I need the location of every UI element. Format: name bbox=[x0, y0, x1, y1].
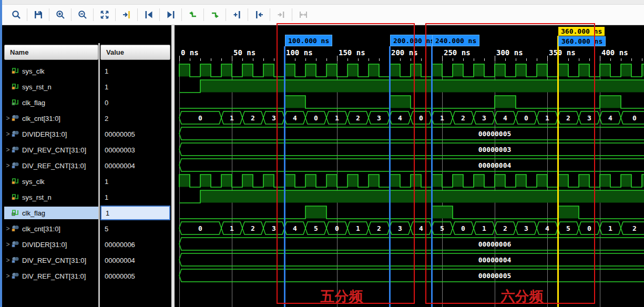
minor-tick bbox=[642, 58, 642, 61]
signal-value-cell[interactable]: 00000004 bbox=[100, 253, 170, 268]
goto-cursor-icon bbox=[121, 9, 132, 20]
minor-tick bbox=[200, 58, 201, 61]
signal-row[interactable]: >clk_cnt[31:0]2 bbox=[2, 110, 171, 126]
signal-name-cell[interactable]: sys_clk bbox=[4, 65, 98, 77]
annotation-rect bbox=[425, 23, 595, 304]
signal-value-cell[interactable]: 0 bbox=[100, 95, 170, 110]
value-column-header[interactable]: Value bbox=[100, 45, 170, 60]
toolbar-separator bbox=[159, 8, 160, 21]
minor-tick bbox=[274, 58, 274, 61]
signal-value-cell[interactable]: 00000004 bbox=[100, 158, 170, 173]
signal-name-cell[interactable]: clk_flag bbox=[4, 96, 98, 109]
signal-value-cell[interactable]: 00000005 bbox=[100, 269, 170, 283]
expand-chevron-icon[interactable]: > bbox=[4, 225, 12, 232]
next-transition-icon bbox=[166, 9, 176, 20]
signal-value-cell[interactable]: 5 bbox=[100, 221, 170, 236]
signal-row[interactable]: >clk_cnt[31:0]5 bbox=[2, 221, 171, 237]
prev-transition-icon bbox=[144, 9, 154, 20]
toolbar-separator bbox=[49, 8, 49, 21]
logic-signal-icon bbox=[12, 98, 19, 106]
bus-signal-icon bbox=[12, 129, 20, 139]
signal-value-cell[interactable]: 00000005 bbox=[100, 127, 170, 141]
goto-cursor-button[interactable] bbox=[117, 7, 136, 23]
next-transition-button[interactable] bbox=[161, 7, 180, 23]
save-button[interactable] bbox=[28, 7, 48, 23]
svg-text:0: 0 bbox=[198, 114, 202, 122]
ruler-tick-label: 400 ns bbox=[601, 48, 628, 57]
signal-value-cell[interactable]: 1 bbox=[100, 190, 170, 204]
minor-tick bbox=[190, 58, 190, 61]
toolbar-separator bbox=[270, 8, 270, 21]
signal-name-cell[interactable]: clk_flag bbox=[4, 207, 98, 219]
expand-chevron-icon[interactable]: > bbox=[4, 146, 12, 154]
goto-left-edge-button[interactable] bbox=[249, 7, 269, 23]
toolbar-separator bbox=[203, 8, 204, 21]
expand-chevron-icon[interactable]: > bbox=[4, 241, 12, 248]
toolbar-separator bbox=[71, 8, 71, 21]
select-range-button-disabled[interactable] bbox=[293, 7, 313, 23]
bus-signal-icon bbox=[12, 255, 19, 263]
svg-text:3: 3 bbox=[272, 224, 276, 232]
signal-row[interactable]: sys_rst_n1 bbox=[2, 189, 171, 205]
expand-chevron-icon[interactable]: > bbox=[4, 130, 12, 138]
signal-row[interactable]: >DIVIDER[31:0]00000005 bbox=[2, 126, 171, 142]
signal-row[interactable]: clk_flag1 bbox=[2, 205, 171, 221]
expand-chevron-icon[interactable]: > bbox=[4, 257, 12, 264]
bus-signal-icon bbox=[12, 145, 19, 153]
signal-name-cell[interactable]: sys_rst_n bbox=[4, 80, 98, 93]
signal-value-cell[interactable]: 2 bbox=[100, 111, 170, 126]
name-column-header[interactable]: Name bbox=[4, 45, 98, 60]
svg-text:2: 2 bbox=[251, 114, 255, 122]
swap-previous-cursor-button[interactable] bbox=[183, 7, 202, 23]
select-range-icon-disabled bbox=[298, 9, 309, 20]
signal-value-cell[interactable]: 1 bbox=[100, 64, 170, 78]
signal-value-cell[interactable]: 00000003 bbox=[100, 142, 170, 157]
panel-splitter[interactable] bbox=[171, 25, 175, 307]
signal-row[interactable]: sys_clk1 bbox=[2, 63, 171, 79]
signal-row[interactable]: sys_clk1 bbox=[2, 173, 171, 189]
signal-name-cell[interactable]: >DIV_REF_CNT[31:0] bbox=[4, 270, 98, 282]
zoom-in-button[interactable] bbox=[50, 7, 70, 23]
signal-value-cell[interactable]: 1 bbox=[100, 206, 170, 220]
signal-name-cell[interactable]: sys_rst_n bbox=[4, 191, 98, 203]
signal-value-cell[interactable]: 00000006 bbox=[100, 237, 170, 252]
signal-name-cell[interactable]: >DIVIDER[31:0] bbox=[4, 128, 98, 140]
signal-row[interactable]: >DIV_REV_CNT[31:0]00000004 bbox=[2, 252, 171, 268]
svg-text:1: 1 bbox=[230, 224, 234, 232]
signal-row[interactable]: >DIV_REF_CNT[31:0]00000004 bbox=[2, 158, 171, 173]
bus-signal-icon bbox=[12, 271, 19, 279]
signal-row[interactable]: clk_flag0 bbox=[2, 95, 171, 110]
prev-transition-button[interactable] bbox=[139, 7, 158, 23]
bus-signal-icon bbox=[12, 224, 19, 232]
signal-name-cell[interactable]: >DIV_REV_CNT[31:0] bbox=[4, 144, 98, 156]
signal-row[interactable]: sys_rst_n1 bbox=[2, 79, 171, 95]
add-marker-button[interactable] bbox=[227, 7, 247, 23]
expand-chevron-icon[interactable]: > bbox=[4, 115, 12, 122]
signal-name-cell[interactable]: >clk_cnt[31:0] bbox=[4, 112, 98, 125]
signal-name-cell[interactable]: >DIV_REF_CNT[31:0] bbox=[4, 159, 98, 172]
signal-name-cell[interactable]: sys_clk bbox=[4, 175, 98, 188]
expand-chevron-icon[interactable]: > bbox=[4, 272, 12, 280]
bus-signal-icon bbox=[12, 240, 19, 248]
play-to-cursor-button-disabled[interactable] bbox=[271, 7, 291, 23]
signal-row[interactable]: >DIV_REV_CNT[31:0]00000003 bbox=[2, 142, 171, 158]
signal-name-label: clk_cnt[31:0] bbox=[22, 115, 60, 122]
expand-chevron-icon[interactable]: > bbox=[4, 162, 12, 169]
signal-row[interactable]: >DIV_REF_CNT[31:0]00000005 bbox=[2, 268, 171, 284]
signal-name-label: DIV_REF_CNT[31:0] bbox=[22, 272, 86, 280]
swap-next-cursor-button[interactable] bbox=[205, 7, 224, 23]
zoom-out-button[interactable] bbox=[73, 7, 92, 23]
zoom-fit-button[interactable] bbox=[95, 7, 114, 23]
signal-name-cell[interactable]: >DIVIDER[31:0] bbox=[4, 238, 98, 251]
zoom-in-icon bbox=[55, 9, 66, 20]
svg-text:4: 4 bbox=[608, 114, 612, 122]
signal-value-cell[interactable]: 1 bbox=[100, 174, 170, 189]
signal-name-cell[interactable]: >clk_cnt[31:0] bbox=[4, 222, 98, 235]
bus-signal-icon bbox=[12, 255, 20, 265]
signal-row[interactable]: >DIVIDER[31:0]00000006 bbox=[2, 237, 171, 252]
signal-value-cell[interactable]: 1 bbox=[100, 79, 170, 94]
signal-name-cell[interactable]: >DIV_REV_CNT[31:0] bbox=[4, 254, 98, 267]
signal-name-label: DIV_REF_CNT[31:0] bbox=[22, 162, 86, 170]
logic-signal-icon bbox=[12, 66, 20, 76]
find-button[interactable] bbox=[6, 7, 26, 23]
